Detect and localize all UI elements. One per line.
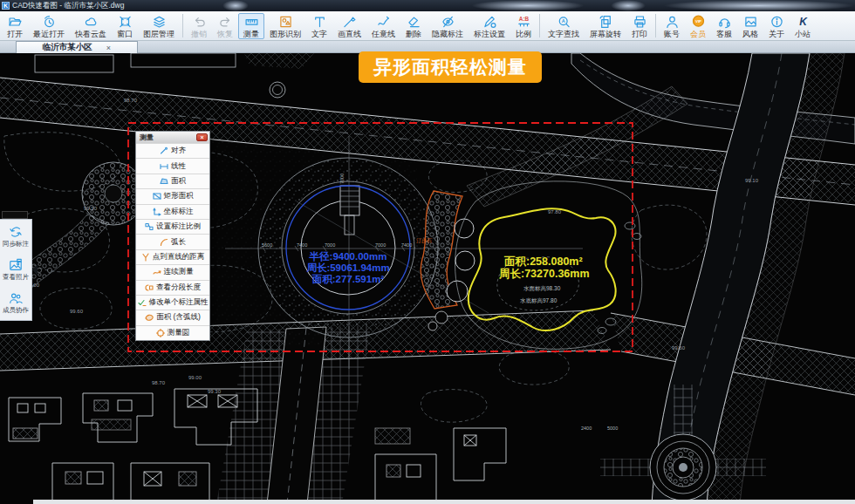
freehand-line-icon — [376, 15, 391, 29]
toolbar-button-delete[interactable]: 删除 — [400, 13, 427, 39]
toolbar-button-text[interactable]: 文字 — [306, 13, 332, 39]
main-toolbar: 打开 最近打开 快看云盘 窗口 图层管理 撤销 恢复 测量 图形识别 — [0, 11, 855, 41]
toolbar-button-cloud-drive[interactable]: 快看云盘 — [70, 13, 112, 39]
measure-item-coordinate-annotation[interactable]: 坐标标注 — [136, 204, 209, 219]
toolbar-separator — [539, 14, 540, 37]
support-headset-icon — [717, 15, 732, 29]
svg-text:VIP: VIP — [694, 19, 701, 24]
rect-area-icon — [153, 192, 161, 201]
point-line-distance-icon — [141, 253, 150, 262]
toolbar-button-redo[interactable]: 恢复 — [212, 13, 238, 39]
svg-text:K: K — [799, 16, 808, 28]
toolbar-button-draw-line[interactable]: 画直线 — [332, 13, 366, 39]
side-button-sync-annotations[interactable]: 同步标注 — [0, 220, 31, 253]
tab-close-icon[interactable]: × — [106, 44, 111, 52]
measure-item-annotation-scale[interactable]: 设置标注比例 — [136, 219, 209, 234]
toolbar-button-shape-recognition[interactable]: 图形识别 — [264, 13, 306, 39]
title-bar[interactable]: K CAD快速看图 - 临沂市某小区.dwg — [0, 0, 855, 11]
draw-line-icon — [342, 15, 357, 29]
side-panel-handle[interactable] — [2, 211, 28, 219]
measure-item-area[interactable]: 面积 — [136, 174, 209, 188]
window-title: CAD快速看图 - 临沂市某小区.dwg — [12, 1, 124, 11]
side-button-member-collaboration[interactable]: 成员协作 — [0, 287, 31, 320]
svg-text:7000: 7000 — [339, 174, 345, 184]
measure-item-measure-circle[interactable]: 测量圆 — [136, 325, 209, 340]
measure-item-area-with-arc[interactable]: 面积 (含弧线) — [136, 310, 209, 324]
text-search-icon: A — [557, 15, 571, 29]
toolbar-button-print[interactable]: 打印 — [626, 13, 653, 39]
document-tab[interactable]: 临沂市某小区 × — [16, 41, 138, 53]
layers-icon — [152, 15, 167, 29]
svg-text:A:B: A:B — [518, 16, 529, 22]
toolbar-button-measure[interactable]: 测量 — [238, 13, 264, 39]
svg-text:水底标高97.80: 水底标高97.80 — [520, 297, 557, 304]
toolbar-button-window[interactable]: 窗口 — [112, 13, 138, 39]
toolbar-button-style[interactable]: 风格 — [737, 13, 763, 39]
cloud-drive-icon — [84, 15, 99, 29]
circle-measurement-label[interactable]: 半径:9400.00mm 周长:59061.94mm 面积:277.591m² — [305, 251, 389, 284]
toolbar-button-about[interactable]: 关于 — [763, 13, 790, 39]
print-icon — [633, 15, 647, 29]
cad-drawing[interactable]: 半径:9400.00mm 周长:59061.94mm 面积:277.591m² … — [0, 53, 855, 504]
svg-text:水面标高98.30: 水面标高98.30 — [523, 285, 561, 292]
folder-open-icon — [8, 15, 23, 29]
pond-measurement-label[interactable]: 面积:258.080m² 周长:73270.36mm — [498, 255, 590, 280]
window-icon — [118, 15, 133, 29]
toolbar-button-vip[interactable]: VIP 会员 — [685, 13, 711, 39]
toolbar-button-site[interactable]: K 小站 — [790, 13, 816, 39]
promo-banner: 异形面积轻松测量 — [359, 51, 542, 83]
measure-item-linear[interactable]: 线性 — [136, 158, 209, 173]
toolbar-button-layer-manager[interactable]: 图层管理 — [138, 13, 180, 39]
status-strip — [33, 500, 855, 504]
toolbar-button-support[interactable]: 客服 — [711, 13, 737, 39]
site-k-logo-icon: K — [796, 15, 811, 29]
measure-item-segment-length[interactable]: 查看分段长度 — [136, 280, 209, 295]
application-window: 半径:9400.00mm 周长:59061.94mm 面积:277.591m² … — [0, 0, 855, 504]
measure-item-point-to-line-distance[interactable]: 点到直线的距离 — [136, 249, 209, 264]
hide-annotations-icon — [441, 15, 455, 29]
measure-panel-title: 测量 — [140, 133, 154, 142]
side-button-view-photos[interactable]: 查看照片 — [0, 253, 31, 286]
about-info-icon — [770, 15, 784, 29]
measure-item-arc-length[interactable]: 弧长 — [136, 234, 209, 249]
measure-panel: 测量 × 对齐 线性 面积 矩形面积 坐标标注 设置标注比例 弧长 点到直线的距… — [135, 131, 210, 341]
svg-text:99.30: 99.30 — [84, 206, 98, 211]
toolbar-button-open[interactable]: 打开 — [2, 13, 28, 39]
promo-banner-text: 异形面积轻松测量 — [373, 55, 527, 79]
collaboration-side-panel: 同步标注 查看照片 成员协作 — [0, 219, 32, 321]
toolbar-button-account[interactable]: 账号 — [659, 13, 685, 39]
close-icon[interactable]: × — [196, 133, 208, 141]
segment-length-icon — [145, 283, 154, 292]
toolbar-button-screen-rotate[interactable]: 屏幕旋转 — [585, 13, 626, 39]
svg-text:2400: 2400 — [581, 426, 592, 431]
svg-text:99.30: 99.30 — [208, 389, 222, 394]
measure-item-continuous-measure[interactable]: 连续测量 — [136, 264, 209, 279]
continuous-measure-icon — [153, 268, 161, 276]
area-with-arc-icon — [145, 313, 154, 322]
toolbar-separator — [655, 14, 656, 37]
measure-item-align[interactable]: 对齐 — [136, 143, 209, 158]
measure-item-rect-area[interactable]: 矩形面积 — [136, 188, 209, 203]
circle-area-text: 面积:277.591m² — [311, 274, 385, 284]
undo-icon — [192, 15, 207, 29]
toolbar-button-hide-annotations[interactable]: 隐藏标注 — [427, 13, 469, 39]
svg-text:99.10: 99.10 — [745, 178, 759, 183]
drawing-canvas[interactable]: 半径:9400.00mm 周长:59061.94mm 面积:277.591m² … — [0, 53, 855, 504]
toolbar-button-undo[interactable]: 撤销 — [186, 13, 212, 39]
arc-length-icon — [160, 238, 168, 247]
toolbar-button-scale[interactable]: A:B 比例 — [510, 13, 537, 39]
screen-rotate-icon — [598, 15, 613, 29]
app-icon: K — [2, 2, 10, 10]
align-icon — [160, 146, 168, 155]
redo-icon — [218, 15, 233, 29]
toolbar-button-text-search[interactable]: A 文字查找 — [543, 13, 585, 39]
annotation-scale-icon — [145, 222, 154, 231]
toolbar-button-annotation-settings[interactable]: 标注设置 — [469, 13, 510, 39]
measure-panel-titlebar[interactable]: 测量 × — [136, 132, 209, 143]
measure-item-modify-annotation[interactable]: 修改单个标注属性 — [136, 295, 209, 310]
toolbar-button-freehand-line[interactable]: 任意线 — [366, 13, 400, 39]
svg-text:97.80: 97.80 — [548, 209, 562, 215]
vip-icon: VIP — [691, 15, 706, 29]
toolbar-button-recent-open[interactable]: 最近打开 — [28, 13, 70, 39]
area-icon — [160, 177, 168, 186]
